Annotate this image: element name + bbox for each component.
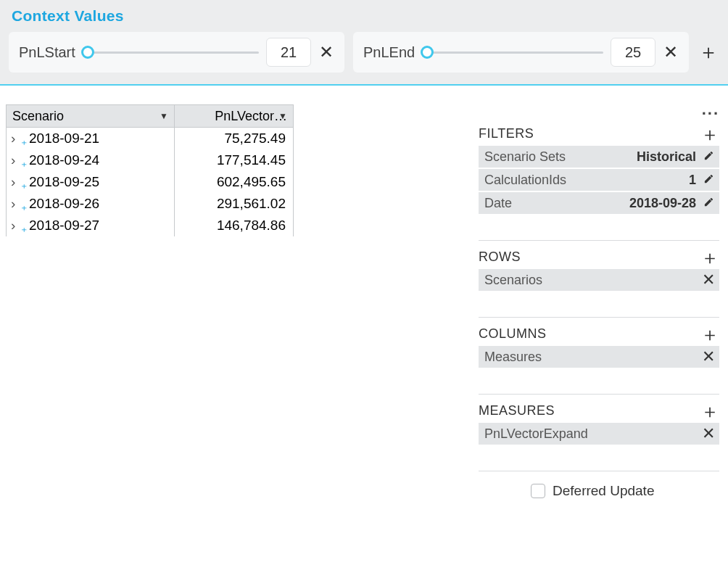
close-icon[interactable]: ✕ <box>700 424 716 443</box>
pnlstart-value-input[interactable] <box>266 38 311 67</box>
table-row[interactable]: ›₊2018-09-2175,275.49 <box>7 127 294 149</box>
divider <box>479 394 719 395</box>
row-label: 2018-09-21 <box>29 131 99 146</box>
col-pnlvector[interactable]: PnLVector… ▼ <box>175 105 294 128</box>
add-measure-icon[interactable]: ＋ <box>700 405 719 418</box>
close-icon[interactable]: ✕ <box>700 347 716 366</box>
slider-thumb-icon[interactable] <box>81 46 94 59</box>
filter-chip[interactable]: Scenario SetsHistorical <box>479 146 719 168</box>
row-value: 291,561.02 <box>175 193 294 215</box>
context-items: PnLStart ✕ PnLEnd ✕ ＋ <box>9 32 719 73</box>
chevron-right-icon[interactable]: › <box>11 152 20 168</box>
table-row[interactable]: ›₊2018-09-25602,495.65 <box>7 171 294 193</box>
deferred-update-label: Deferred Update <box>553 483 654 499</box>
row-value: 146,784.86 <box>175 215 294 236</box>
add-row-icon[interactable]: ＋ <box>700 251 719 264</box>
divider <box>479 471 719 471</box>
row-chip[interactable]: Scenarios✕ <box>479 269 719 291</box>
slider-thumb-icon[interactable] <box>421 46 434 59</box>
add-context-icon[interactable]: ＋ <box>698 38 719 66</box>
expand-plus-icon[interactable]: ₊ <box>21 200 27 212</box>
close-icon[interactable]: ✕ <box>700 271 716 289</box>
row-value: 75,275.49 <box>175 127 294 149</box>
expand-plus-icon[interactable]: ₊ <box>21 222 27 234</box>
pencil-icon[interactable] <box>700 149 716 165</box>
rows-section: ROWS ＋ Scenarios✕ <box>479 248 719 291</box>
filter-chip[interactable]: Date2018-09-28 <box>479 192 719 214</box>
add-column-icon[interactable]: ＋ <box>700 328 719 341</box>
chip-label: PnLVectorExpand <box>484 426 588 442</box>
pencil-icon[interactable] <box>700 173 716 188</box>
table-row[interactable]: ›₊2018-09-27146,784.86 <box>7 215 294 236</box>
row-label: 2018-09-24 <box>29 152 99 168</box>
measures-title: MEASURES <box>479 403 700 418</box>
row-value: 602,495.65 <box>175 171 294 193</box>
more-icon[interactable]: ··· <box>479 104 719 125</box>
chip-label: Scenarios <box>484 273 542 288</box>
close-icon[interactable]: ✕ <box>315 41 337 63</box>
filter-key: CalculationIds <box>484 173 566 188</box>
deferred-update-row[interactable]: Deferred Update <box>526 479 719 499</box>
expand-plus-icon[interactable]: ₊ <box>21 178 27 191</box>
expand-plus-icon[interactable]: ₊ <box>21 135 27 147</box>
divider <box>479 317 719 318</box>
chevron-down-icon[interactable]: ▼ <box>160 111 168 121</box>
table-row[interactable]: ›₊2018-09-26291,561.02 <box>7 193 294 215</box>
col-scenario[interactable]: Scenario ▼ <box>7 105 175 128</box>
columns-title: COLUMNS <box>479 326 700 342</box>
filter-key: Scenario Sets <box>484 149 566 165</box>
chip-label: Measures <box>484 350 542 365</box>
measures-section: MEASURES ＋ PnLVectorExpand✕ <box>479 402 719 445</box>
row-value: 177,514.45 <box>175 149 294 171</box>
context-item-pnlend: PnLEnd ✕ <box>353 32 689 73</box>
chevron-right-icon[interactable]: › <box>11 174 20 190</box>
rows-title: ROWS <box>479 249 700 265</box>
close-icon[interactable]: ✕ <box>660 41 682 63</box>
table-row[interactable]: ›₊2018-09-24177,514.45 <box>7 149 294 171</box>
chevron-right-icon[interactable]: › <box>11 196 20 212</box>
chevron-down-icon[interactable]: ▼ <box>278 111 287 121</box>
add-filter-icon[interactable]: ＋ <box>700 128 719 141</box>
filter-key: Date <box>484 196 512 211</box>
context-item-label: PnLEnd <box>363 44 415 61</box>
column-chip[interactable]: Measures✕ <box>479 346 719 368</box>
context-values-title: Context Values <box>9 3 719 32</box>
columns-section: COLUMNS ＋ Measures✕ <box>479 325 719 368</box>
filter-value: 2018-09-28 <box>629 196 696 211</box>
pnlend-value-input[interactable] <box>611 38 655 67</box>
filters-section: FILTERS ＋ Scenario SetsHistoricalCalcula… <box>479 125 719 214</box>
row-label: 2018-09-26 <box>29 196 99 211</box>
chevron-right-icon[interactable]: › <box>11 218 20 234</box>
context-item-label: PnLStart <box>19 44 75 61</box>
filter-value: Historical <box>637 149 696 165</box>
chevron-right-icon[interactable]: › <box>11 131 20 146</box>
checkbox-icon[interactable] <box>531 484 545 498</box>
scenario-table: Scenario ▼ PnLVector… ▼ ›₊2018-09-2175,2… <box>6 104 294 236</box>
filters-title: FILTERS <box>479 126 700 141</box>
filter-value: 1 <box>689 173 696 188</box>
context-item-pnlstart: PnLStart ✕ <box>9 32 344 73</box>
row-label: 2018-09-27 <box>29 218 99 233</box>
measure-chip[interactable]: PnLVectorExpand✕ <box>479 423 719 445</box>
row-label: 2018-09-25 <box>29 174 99 189</box>
pnlstart-slider[interactable] <box>84 45 259 59</box>
pencil-icon[interactable] <box>700 196 716 211</box>
context-values-bar: Context Values PnLStart ✕ PnLEnd ✕ ＋ <box>0 0 728 86</box>
filter-chip[interactable]: CalculationIds1 <box>479 169 719 191</box>
pnlend-slider[interactable] <box>423 45 603 59</box>
expand-plus-icon[interactable]: ₊ <box>21 157 27 169</box>
divider <box>479 240 719 241</box>
